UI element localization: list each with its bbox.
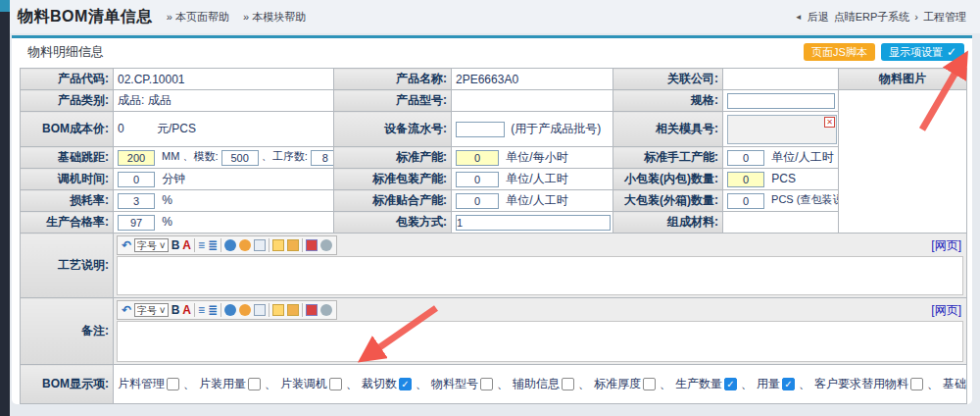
- material-image-area: [839, 90, 967, 234]
- clear-image-icon[interactable]: ✕: [824, 117, 835, 128]
- save-image-icon[interactable]: [287, 239, 299, 251]
- process-desc-content[interactable]: [117, 256, 963, 295]
- save-image-icon[interactable]: [287, 304, 299, 316]
- font-size-select[interactable]: 字号 ˅: [134, 303, 169, 317]
- loss-rate-label: 损耗率:: [21, 190, 114, 212]
- bold-icon[interactable]: B: [172, 238, 180, 252]
- breadcrumb-section[interactable]: 工程管理: [923, 10, 966, 25]
- check-icon: ✓: [947, 45, 956, 59]
- bom-option-separator: 、: [346, 376, 358, 392]
- font-color-icon[interactable]: A: [182, 238, 191, 252]
- bom-option-separator: 、: [660, 376, 671, 392]
- remark-content[interactable]: [117, 321, 963, 362]
- bom-option-checkbox[interactable]: ✓: [399, 378, 412, 390]
- bom-cost-unit: 元/PCS: [157, 122, 196, 135]
- undo-icon[interactable]: ↶: [122, 238, 131, 252]
- std-pack-capacity-input[interactable]: [456, 172, 499, 187]
- page-help-link[interactable]: » 本页面帮助: [167, 10, 229, 25]
- edit-box-icon[interactable]: [254, 304, 266, 316]
- bom-option-checkbox[interactable]: [643, 378, 656, 390]
- bom-option-checkbox[interactable]: [248, 378, 261, 390]
- device-serial-input[interactable]: [456, 122, 505, 137]
- bom-option-separator: 、: [741, 376, 753, 392]
- pass-rate-input[interactable]: [118, 215, 155, 231]
- pack-method-label: 包装方式:: [334, 212, 452, 234]
- modulus-input[interactable]: [221, 150, 259, 166]
- bom-option-label: 辅助信息: [513, 376, 560, 392]
- bom-option: 生产数量✓: [675, 376, 737, 392]
- bom-option-label: 用量: [757, 376, 780, 392]
- eye-icon[interactable]: [320, 304, 332, 316]
- large-pack-qty-input[interactable]: [727, 193, 764, 209]
- module-help-link[interactable]: » 本模块帮助: [243, 10, 306, 25]
- toolbar-separator: [269, 238, 270, 252]
- spec-input[interactable]: [727, 93, 835, 109]
- align-icon[interactable]: ≡: [198, 238, 205, 252]
- bom-option: 片料管理: [118, 376, 179, 392]
- small-pack-qty-unit: PCS: [771, 172, 796, 185]
- page-js-script-button[interactable]: 页面JS脚本: [804, 43, 875, 61]
- font-color-icon[interactable]: A: [182, 303, 191, 317]
- bom-option-checkbox[interactable]: ✓: [782, 378, 795, 390]
- page-root: 物料BOM清单信息 » 本页面帮助 » 本模块帮助 ◄ 后退 点睛ERP子系统 …: [0, 0, 980, 416]
- small-pack-qty-input[interactable]: [727, 172, 764, 187]
- std-capacity-label: 标准产能:: [334, 147, 452, 169]
- related-mold-label: 相关模具号:: [613, 112, 723, 147]
- back-link[interactable]: 后退: [808, 10, 829, 25]
- undo-icon[interactable]: ↶: [122, 303, 131, 317]
- smiley-icon[interactable]: [239, 239, 251, 251]
- material-detail-form: 产品代码: 02.CP.10001 产品名称: 2PE6663A0 关联公司: …: [20, 68, 967, 404]
- small-pack-qty-label: 小包装(内包)数量:: [613, 169, 723, 190]
- globe-icon[interactable]: [224, 304, 236, 316]
- smiley-icon[interactable]: [239, 304, 251, 316]
- webpage-link[interactable]: [网页]: [931, 237, 963, 254]
- display-settings-button[interactable]: 显示项设置 ✓: [881, 43, 964, 61]
- bom-option-checkbox[interactable]: [480, 378, 493, 390]
- edit-box-icon[interactable]: [254, 239, 266, 251]
- bom-option-checkbox[interactable]: [167, 378, 179, 390]
- insert-image-icon[interactable]: [272, 304, 284, 316]
- product-model-value: [452, 90, 613, 112]
- bom-option-separator: 、: [416, 376, 427, 392]
- process-count-input[interactable]: [311, 150, 334, 166]
- panel-header: 物料明细信息 页面JS脚本 显示项设置 ✓: [12, 38, 972, 66]
- device-serial-hint: (用于产成品批号): [511, 122, 601, 135]
- bold-icon[interactable]: B: [172, 303, 180, 317]
- media-icon[interactable]: [306, 304, 318, 316]
- bom-option-checkbox[interactable]: [329, 378, 342, 390]
- remark-label: 备注:: [21, 298, 114, 365]
- align-icon[interactable]: ≡: [198, 303, 205, 317]
- bom-option: 客户要求替用物料: [814, 376, 923, 392]
- bom-option-label: 标准厚度: [594, 376, 641, 392]
- spec-label: 规格:: [613, 90, 723, 112]
- bom-option-checkbox[interactable]: [562, 378, 574, 390]
- bom-option-label: 片料管理: [118, 376, 165, 392]
- bom-option-checkbox[interactable]: [910, 378, 923, 390]
- bom-option-separator: 、: [578, 376, 590, 392]
- bom-option-checkbox[interactable]: ✓: [724, 378, 737, 390]
- setup-time-label: 调机时间:: [21, 169, 114, 190]
- setup-time-unit: 分钟: [162, 172, 185, 185]
- bom-option-label: 基础跳距不随动: [943, 376, 967, 392]
- std-capacity-input[interactable]: [456, 150, 499, 166]
- base-pitch-input[interactable]: [118, 150, 155, 166]
- breadcrumb-system[interactable]: 点睛ERP子系统: [834, 10, 910, 25]
- globe-icon[interactable]: [224, 239, 236, 251]
- insert-image-icon[interactable]: [272, 239, 284, 251]
- pack-method-input[interactable]: [456, 215, 611, 231]
- loss-rate-input[interactable]: [118, 193, 155, 209]
- webpage-link[interactable]: [网页]: [931, 302, 963, 319]
- component-material-label: 组成材料:: [613, 212, 723, 234]
- std-manual-capacity-input[interactable]: [727, 150, 764, 166]
- eye-icon[interactable]: [320, 239, 332, 251]
- ordered-list-icon[interactable]: ≣: [208, 238, 218, 252]
- top-header-bar: 物料BOM清单信息 » 本页面帮助 » 本模块帮助 ◄ 后退 点睛ERP子系统 …: [10, 0, 980, 33]
- setup-time-input[interactable]: [118, 172, 155, 187]
- ordered-list-icon[interactable]: ≣: [208, 303, 218, 317]
- font-size-select[interactable]: 字号 ˅: [134, 238, 169, 252]
- related-mold-textarea[interactable]: ✕: [727, 115, 837, 144]
- editor-toolbar: ↶字号 ˅BA≡≣: [117, 235, 337, 255]
- std-laminate-capacity-input[interactable]: [456, 193, 499, 209]
- back-icon[interactable]: ◄: [795, 13, 803, 22]
- media-icon[interactable]: [306, 239, 318, 251]
